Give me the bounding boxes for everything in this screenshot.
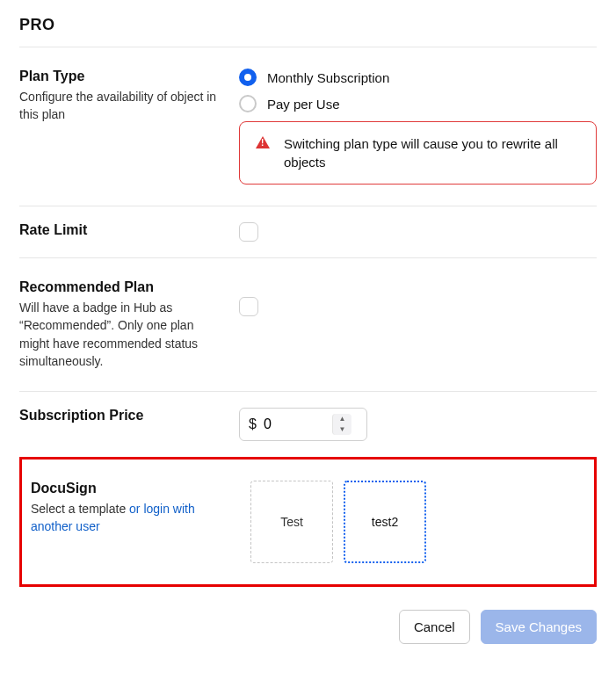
template-label: Test — [280, 515, 303, 529]
warning-icon — [256, 136, 270, 148]
docusign-desc: Select a template or login with another … — [31, 500, 235, 536]
docusign-highlight: DocuSign Select a template or login with… — [19, 457, 597, 587]
template-card-test2[interactable]: test2 — [344, 481, 426, 563]
radio-monthly[interactable]: Monthly Subscription — [239, 69, 597, 86]
radio-unselected-icon — [239, 95, 257, 112]
radio-monthly-label: Monthly Subscription — [267, 70, 389, 85]
docusign-label: DocuSign — [31, 481, 235, 496]
plan-type-desc: Configure the availability of object in … — [19, 88, 223, 124]
price-input-wrap[interactable]: $ ▲ ▼ — [239, 408, 367, 441]
currency-symbol: $ — [249, 416, 257, 432]
radio-payperuse[interactable]: Pay per Use — [239, 95, 597, 112]
radio-selected-icon — [239, 69, 257, 86]
row-recommended: Recommended Plan Will have a badge in Hu… — [19, 257, 597, 391]
recommended-label: Recommended Plan — [19, 279, 223, 295]
recommended-desc: Will have a badge in Hub as “Recommended… — [19, 299, 223, 370]
price-stepper[interactable]: ▲ ▼ — [332, 414, 351, 435]
warning-box: Switching plan type will cause you to re… — [239, 121, 597, 185]
rate-limit-label: Rate Limit — [19, 222, 223, 238]
template-card-test[interactable]: Test — [250, 481, 333, 563]
price-label: Subscription Price — [19, 408, 223, 423]
rate-limit-checkbox[interactable] — [239, 222, 258, 242]
page-title: PRO — [19, 0, 597, 47]
warning-text: Switching plan type will cause you to re… — [284, 134, 580, 171]
chevron-down-icon[interactable]: ▼ — [333, 424, 351, 435]
price-input[interactable] — [264, 416, 325, 432]
cancel-button[interactable]: Cancel — [399, 610, 470, 644]
row-docusign: DocuSign Select a template or login with… — [31, 468, 585, 575]
row-plan-type: Plan Type Configure the availability of … — [19, 47, 597, 206]
plan-type-label: Plan Type — [19, 69, 223, 84]
footer-actions: Cancel Save Changes — [19, 587, 597, 644]
chevron-up-icon[interactable]: ▲ — [333, 414, 351, 424]
docusign-desc-prefix: Select a template — [31, 502, 129, 516]
save-button[interactable]: Save Changes — [481, 610, 597, 644]
row-price: Subscription Price $ ▲ ▼ — [19, 391, 597, 457]
template-label: test2 — [372, 515, 398, 529]
row-rate-limit: Rate Limit — [19, 206, 597, 257]
recommended-checkbox[interactable] — [239, 297, 258, 316]
radio-payperuse-label: Pay per Use — [267, 97, 340, 112]
